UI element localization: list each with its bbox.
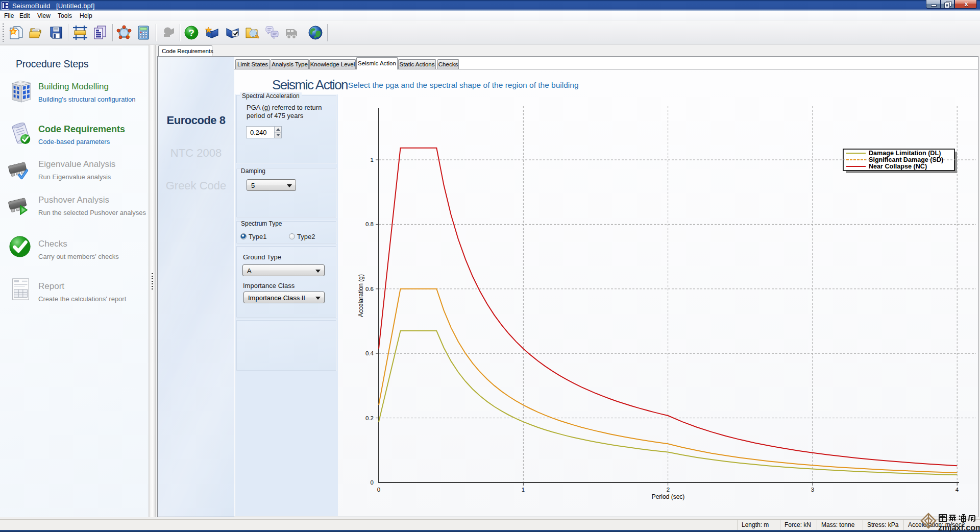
svg-text:Damage Limitation (DL): Damage Limitation (DL) bbox=[869, 150, 941, 157]
svg-text:Significant Damage (SD): Significant Damage (SD) bbox=[869, 156, 943, 163]
svg-text:0.4: 0.4 bbox=[365, 350, 374, 356]
svg-text:0.2: 0.2 bbox=[365, 415, 374, 421]
svg-text:0: 0 bbox=[371, 479, 374, 486]
svg-text:1: 1 bbox=[371, 157, 374, 163]
svg-text:2: 2 bbox=[667, 487, 670, 493]
svg-text:0.6: 0.6 bbox=[365, 286, 374, 292]
svg-text:0: 0 bbox=[377, 487, 380, 493]
svg-text:zmjaxf.com: zmjaxf.com bbox=[938, 523, 980, 531]
svg-text:Near Collapse (NC): Near Collapse (NC) bbox=[869, 163, 927, 170]
svg-text:?: ? bbox=[188, 28, 194, 38]
svg-text:Accelaration (g): Accelaration (g) bbox=[357, 274, 364, 317]
svg-text:1: 1 bbox=[522, 487, 525, 493]
svg-text:0.8: 0.8 bbox=[365, 221, 374, 227]
svg-text:Period (sec): Period (sec) bbox=[652, 493, 685, 500]
svg-text:3: 3 bbox=[811, 487, 814, 493]
svg-text:4: 4 bbox=[955, 487, 959, 493]
